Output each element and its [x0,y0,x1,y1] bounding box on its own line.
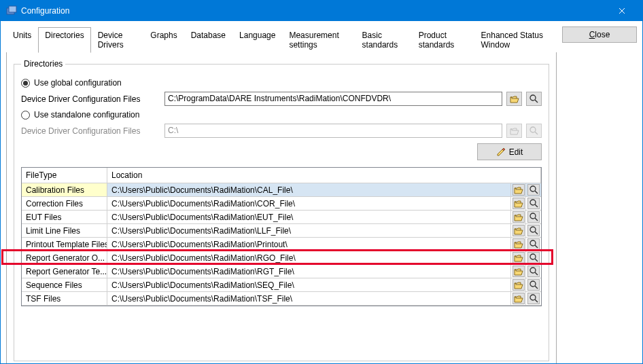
row-browse-button[interactable] [512,279,525,291]
tab-directories[interactable]: Directories [38,27,90,53]
tab-product-standards[interactable]: Product standards [412,27,474,52]
svg-line-5 [535,132,538,134]
cell-location: C:\Users\Public\Documents\RadiMation\RGT… [107,265,511,278]
global-search-button[interactable] [526,92,542,106]
window-title: Configuration [21,6,606,16]
cell-filetype: Report Generator Te... [22,265,107,278]
radio-standalone-label: Use standalone configuration [34,110,139,120]
standalone-path-input: C:\ [164,124,502,138]
svg-line-21 [535,286,538,289]
cell-filetype: Sequence Files [22,278,107,291]
close-button[interactable]: Close [562,26,637,43]
row-browse-button[interactable] [512,266,525,277]
directories-fieldset: Directories Use global configuration Dev… [14,59,549,361]
global-path-input[interactable]: C:\ProgramData\DARE Instruments\RadiMati… [164,92,502,106]
svg-line-11 [535,218,538,221]
table-row[interactable]: TSF FilesC:\Users\Public\Documents\RadiM… [22,292,541,306]
svg-point-4 [530,127,536,132]
row-search-button[interactable] [527,279,540,291]
table-row[interactable]: Printout Template FilesC:\Users\Public\D… [22,238,541,251]
svg-point-22 [530,295,536,300]
table-row[interactable]: Report Generator O...C:\Users\Public\Doc… [22,251,541,265]
cell-location: C:\Users\Public\Documents\RadiMation\LLF… [107,224,511,237]
close-button-uchar: C [589,30,595,39]
edit-button[interactable]: Edit [477,143,542,160]
th-location[interactable]: Location [107,168,541,183]
cell-filetype: Correction Files [22,197,107,210]
tab-measurement-settings[interactable]: Measurement settings [282,27,355,52]
tab-database[interactable]: Database [184,27,232,52]
row-search-button[interactable] [527,252,540,263]
cell-filetype: Printout Template Files [22,238,107,251]
svg-point-2 [530,95,536,101]
row-browse-button[interactable] [512,238,525,250]
window-close-button[interactable] [606,1,637,21]
cell-filetype: Calibration Files [22,183,107,196]
radio-standalone[interactable] [21,111,30,120]
directories-table: FileType Location Calibration FilesC:\Us… [21,167,542,306]
cell-location: C:\Users\Public\Documents\RadiMation\TSF… [107,292,511,305]
row-search-button[interactable] [527,211,540,223]
svg-line-19 [535,272,538,275]
table-row[interactable]: Report Generator Te...C:\Users\Public\Do… [22,265,541,278]
svg-line-13 [535,232,538,234]
standalone-search-button [526,124,542,138]
cell-filetype: Limit Line Files [22,224,107,237]
magnifier-icon [529,94,538,103]
cell-location: C:\Users\Public\Documents\RadiMation\EUT… [107,211,511,223]
radio-global-row[interactable]: Use global configuration [21,78,542,88]
row-search-button[interactable] [527,293,540,304]
svg-line-9 [535,204,538,207]
row-browse-button[interactable] [512,252,525,263]
table-row[interactable]: Calibration FilesC:\Users\Public\Documen… [22,183,541,197]
row-browse-button[interactable] [512,293,525,304]
pencil-icon [496,147,506,157]
row-browse-button[interactable] [512,225,525,236]
row-browse-button[interactable] [512,198,525,209]
radio-global[interactable] [21,79,30,88]
svg-point-10 [530,213,536,219]
row-search-button[interactable] [527,238,540,250]
tab-device-drivers[interactable]: Device Drivers [91,27,144,52]
tab-bar: Units Directories Device Drivers Graphs … [6,26,557,52]
row-browse-button[interactable] [512,184,525,196]
cell-location: C:\Users\Public\Documents\RadiMation\RGO… [107,251,511,264]
standalone-driver-label: Device Driver Configuration Files [21,126,160,136]
cell-filetype: TSF Files [22,292,107,305]
fieldset-legend: Directories [21,59,65,69]
cell-filetype: Report Generator O... [22,251,107,264]
tab-units[interactable]: Units [6,27,38,52]
svg-line-15 [535,245,538,248]
global-browse-button[interactable] [506,92,522,106]
radio-standalone-row[interactable]: Use standalone configuration [21,110,542,120]
titlebar: Configuration [1,1,642,21]
table-row[interactable]: Sequence FilesC:\Users\Public\Documents\… [22,278,541,292]
svg-point-6 [530,186,536,192]
edit-button-label: Edit [509,147,523,157]
cell-location: C:\Users\Public\Documents\RadiMation\COR… [107,197,511,210]
row-search-button[interactable] [527,266,540,277]
tab-language[interactable]: Language [232,27,282,52]
folder-open-icon [510,95,519,103]
svg-point-20 [530,281,536,287]
table-row[interactable]: Limit Line FilesC:\Users\Public\Document… [22,224,541,238]
row-search-button[interactable] [527,198,540,209]
svg-point-16 [530,254,536,259]
tab-enhanced-status-window[interactable]: Enhanced Status Window [474,27,557,52]
table-row[interactable]: EUT FilesC:\Users\Public\Documents\RadiM… [22,211,541,224]
th-filetype[interactable]: FileType [22,168,107,183]
svg-line-3 [535,100,538,103]
cell-location: C:\Users\Public\Documents\RadiMation\Pri… [107,238,511,251]
tab-graphs[interactable]: Graphs [143,27,184,52]
table-row[interactable]: Correction FilesC:\Users\Public\Document… [22,197,541,211]
tab-basic-standards[interactable]: Basic standards [355,27,412,52]
row-search-button[interactable] [527,225,540,236]
folder-open-icon [510,127,519,135]
svg-point-14 [530,240,536,246]
svg-line-23 [535,299,538,302]
row-browse-button[interactable] [512,211,525,223]
cell-filetype: EUT Files [22,211,107,223]
magnifier-icon [529,126,538,135]
row-search-button[interactable] [527,184,540,196]
svg-point-8 [530,200,536,205]
